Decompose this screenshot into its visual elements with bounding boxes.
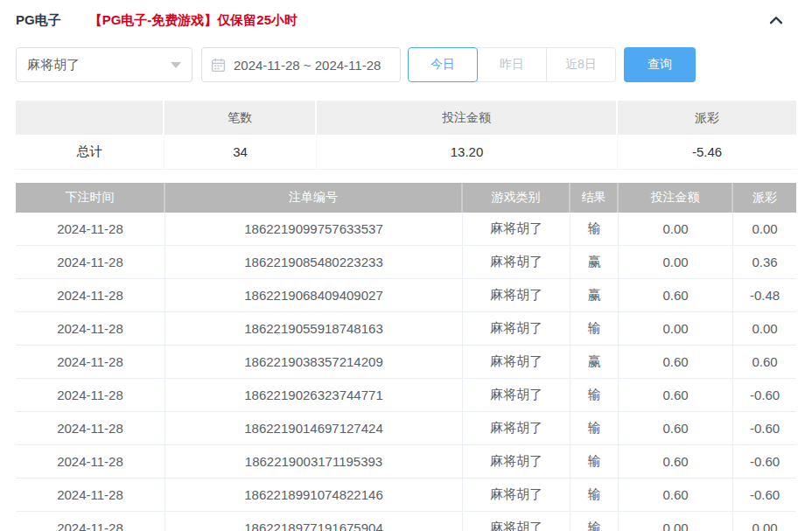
bet-amount-cell: 0.60 — [619, 379, 733, 412]
result-cell: 输 — [570, 412, 619, 445]
order-id-cell: 1862219099757633537 — [165, 213, 463, 246]
table-row: 2024-11-28 1862219055918748163 麻将胡了 输 0.… — [16, 312, 796, 346]
order-id-cell: 1862219026323744771 — [165, 379, 463, 412]
bet-date-cell: 2024-11-28 — [16, 479, 165, 512]
bet-date-cell: 2024-11-28 — [16, 246, 165, 279]
col-header-game-type: 游戏类别 — [463, 183, 570, 213]
bet-date-cell: 2024-11-28 — [16, 279, 165, 312]
order-id-cell: 1862219085480223233 — [165, 246, 463, 279]
pg-report-panel: PG电子 【PG电子-免费游戏】仅保留25小时 麻将胡了 2024-11-28 … — [0, 0, 812, 531]
table-row: 2024-11-28 1862219003171195393 麻将胡了 输 0.… — [16, 445, 796, 479]
order-id-cell: 1862219003171195393 — [165, 445, 463, 479]
today-button[interactable]: 今日 — [408, 47, 478, 82]
summary-total-label: 总计 — [16, 135, 164, 170]
quick-date-group: 今日 昨日 近8日 — [408, 47, 616, 82]
calendar-icon — [211, 58, 226, 73]
bet-amount-cell: 0.60 — [619, 279, 733, 312]
summary-header-payout: 派彩 — [618, 101, 796, 135]
payout-cell: -0.60 — [733, 412, 796, 445]
col-header-order-id: 注单编号 — [165, 183, 463, 213]
yesterday-button[interactable]: 昨日 — [477, 47, 547, 82]
order-id-cell: 1862218977191675904 — [165, 512, 463, 531]
summary-payout-value: -5.46 — [618, 135, 796, 170]
payout-cell: -0.60 — [733, 379, 796, 412]
bet-amount-cell: 0.00 — [619, 213, 733, 246]
chevron-down-icon — [171, 62, 181, 68]
summary-header-empty — [16, 101, 164, 135]
date-range-picker[interactable]: 2024-11-28 ~ 2024-11-28 — [201, 47, 401, 82]
detail-table-body: 2024-11-28 1862219099757633537 麻将胡了 输 0.… — [16, 213, 796, 531]
game-type-cell: 麻将胡了 — [463, 279, 570, 312]
payout-cell: 0.00 — [733, 512, 796, 531]
game-type-cell: 麻将胡了 — [463, 346, 570, 379]
table-row: 2024-11-28 1862219068409409027 麻将胡了 赢 0.… — [16, 279, 796, 312]
game-type-cell: 麻将胡了 — [463, 445, 570, 479]
bet-date-cell: 2024-11-28 — [16, 312, 165, 346]
summary-header-count: 笔数 — [164, 101, 317, 135]
summary-count-value: 34 — [164, 135, 317, 170]
game-type-cell: 麻将胡了 — [463, 213, 570, 246]
collapse-panel-button[interactable] — [766, 10, 786, 30]
game-type-cell: 麻将胡了 — [463, 379, 570, 412]
summary-total-row: 总计 34 13.20 -5.46 — [16, 135, 796, 170]
col-header-payout: 派彩 — [733, 183, 796, 213]
order-id-cell: 1862219068409409027 — [165, 279, 463, 312]
page-title: PG电子 — [16, 12, 61, 29]
search-button[interactable]: 查询 — [624, 47, 696, 82]
payout-cell: -0.48 — [733, 279, 796, 312]
order-id-cell: 1862218991074822146 — [165, 479, 463, 512]
table-row: 2024-11-28 1862219026323744771 麻将胡了 输 0.… — [16, 379, 796, 412]
date-range-value: 2024-11-28 ~ 2024-11-28 — [234, 58, 381, 73]
bet-date-cell: 2024-11-28 — [16, 379, 165, 412]
game-type-cell: 麻将胡了 — [463, 312, 570, 346]
payout-cell: -0.60 — [733, 479, 796, 512]
chevron-up-icon — [766, 10, 786, 30]
result-cell: 输 — [570, 312, 619, 346]
order-id-cell: 1862219055918748163 — [165, 312, 463, 346]
payout-cell: 0.36 — [733, 246, 796, 279]
result-cell: 输 — [570, 379, 619, 412]
bet-date-cell: 2024-11-28 — [16, 445, 165, 479]
bet-amount-cell: 0.00 — [619, 512, 733, 531]
bet-date-cell: 2024-11-28 — [16, 512, 165, 531]
col-header-bet-time: 下注时间 — [16, 183, 165, 213]
game-type-cell: 麻将胡了 — [463, 412, 570, 445]
order-id-cell: 1862219014697127424 — [165, 412, 463, 445]
game-type-cell: 麻将胡了 — [463, 246, 570, 279]
panel-header: PG电子 【PG电子-免费游戏】仅保留25小时 — [16, 9, 796, 31]
bet-amount-cell: 0.60 — [619, 479, 733, 512]
result-cell: 输 — [570, 445, 619, 479]
bet-amount-cell: 0.60 — [619, 412, 733, 445]
bet-amount-cell: 0.60 — [619, 346, 733, 379]
result-cell: 赢 — [570, 246, 619, 279]
result-cell: 赢 — [570, 346, 619, 379]
bet-records-table: 下注时间 注单编号 游戏类别 结果 投注金额 派彩 2024-11-28 186… — [16, 183, 796, 531]
bet-amount-cell: 0.00 — [619, 312, 733, 346]
order-id-cell: 1862219038357214209 — [165, 346, 463, 379]
result-cell: 赢 — [570, 279, 619, 312]
detail-header-row: 下注时间 注单编号 游戏类别 结果 投注金额 派彩 — [16, 183, 796, 213]
summary-table: 笔数 投注金额 派彩 总计 34 13.20 -5.46 — [16, 101, 796, 170]
notice-text: 【PG电子-免费游戏】仅保留25小时 — [89, 12, 298, 29]
bet-amount-cell: 0.60 — [619, 445, 733, 479]
summary-header-bet-amount: 投注金额 — [317, 101, 618, 135]
bet-date-cell: 2024-11-28 — [16, 213, 165, 246]
result-cell: 输 — [570, 479, 619, 512]
payout-cell: 0.60 — [733, 346, 796, 379]
col-header-bet-amount: 投注金额 — [619, 183, 733, 213]
game-type-cell: 麻将胡了 — [463, 479, 570, 512]
bet-amount-cell: 0.00 — [619, 246, 733, 279]
table-row: 2024-11-28 1862218977191675904 麻将胡了 输 0.… — [16, 512, 796, 531]
table-row: 2024-11-28 1862219099757633537 麻将胡了 输 0.… — [16, 213, 796, 246]
payout-cell: 0.00 — [733, 213, 796, 246]
table-row: 2024-11-28 1862218991074822146 麻将胡了 输 0.… — [16, 479, 796, 512]
payout-cell: 0.00 — [733, 312, 796, 346]
game-type-cell: 麻将胡了 — [463, 512, 570, 531]
filter-bar: 麻将胡了 2024-11-28 ~ 2024-11-28 今日 昨日 近8日 查… — [16, 47, 796, 82]
last-8-days-button[interactable]: 近8日 — [546, 47, 616, 82]
result-cell: 输 — [570, 213, 619, 246]
table-row: 2024-11-28 1862219014697127424 麻将胡了 输 0.… — [16, 412, 796, 445]
game-select[interactable]: 麻将胡了 — [16, 47, 192, 82]
summary-bet-amount-value: 13.20 — [317, 135, 618, 170]
col-header-result: 结果 — [570, 183, 619, 213]
